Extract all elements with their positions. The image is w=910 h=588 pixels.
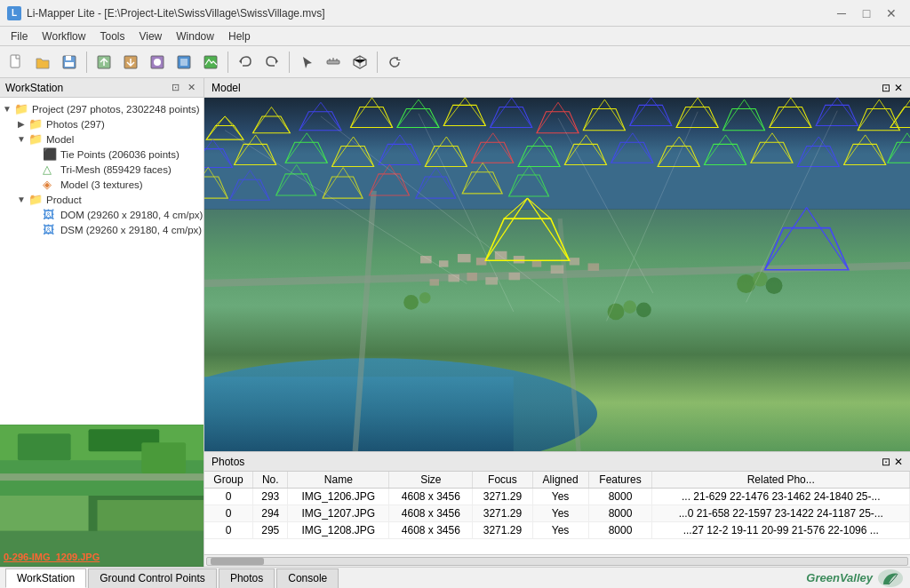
svg-rect-3 bbox=[65, 62, 74, 67]
export1-button[interactable] bbox=[118, 50, 143, 75]
undo-button[interactable] bbox=[233, 50, 258, 75]
tree-label-photos: Photos (297) bbox=[46, 119, 105, 130]
svg-rect-28 bbox=[476, 258, 487, 265]
tree-product[interactable]: ▼ 📁 Product bbox=[0, 192, 204, 207]
col-focus[interactable]: Focus bbox=[473, 472, 532, 489]
tree-toggle-model[interactable]: ▼ bbox=[14, 134, 28, 144]
separator-2 bbox=[228, 52, 228, 73]
tree-toggle-mesh bbox=[28, 164, 43, 174]
cell-size: 4608 x 3456 bbox=[389, 489, 473, 505]
svg-rect-39 bbox=[588, 263, 600, 270]
col-aligned[interactable]: Aligned bbox=[532, 472, 588, 489]
viewport-3d[interactable] bbox=[204, 98, 910, 451]
svg-rect-38 bbox=[570, 258, 580, 265]
col-related[interactable]: Related Pho... bbox=[652, 472, 910, 489]
tab-gcp[interactable]: Ground Control Points bbox=[88, 568, 217, 588]
separator-4 bbox=[377, 52, 378, 73]
svg-rect-36 bbox=[532, 260, 541, 266]
col-group[interactable]: Group bbox=[204, 472, 253, 489]
table-row[interactable]: 0 295 IMG_1208.JPG 4608 x 3456 3271.29 Y… bbox=[204, 522, 910, 539]
tab-workstation[interactable]: WorkStation bbox=[5, 568, 86, 588]
viewport-float-icon[interactable]: ⊡ bbox=[882, 82, 890, 94]
measure-button[interactable] bbox=[321, 50, 346, 75]
export2-button[interactable] bbox=[145, 50, 170, 75]
viewport-header-icons: ⊡ ✕ bbox=[882, 82, 903, 94]
close-button[interactable]: ✕ bbox=[880, 4, 903, 22]
scrollbar-thumb[interactable] bbox=[211, 558, 264, 565]
cell-name: IMG_1208.JPG bbox=[288, 522, 389, 539]
tree-dom[interactable]: 🖼 DOM (29260 x 29180, 4 cm/px) bbox=[0, 207, 204, 222]
cell-size: 4608 x 3456 bbox=[389, 505, 473, 522]
panel-float-icon[interactable]: ⊡ bbox=[168, 81, 182, 95]
svg-rect-0 bbox=[11, 55, 20, 68]
logo-area: GreenValley bbox=[806, 568, 905, 588]
ortho-button[interactable] bbox=[172, 50, 196, 75]
tree-model[interactable]: ▼ 📁 Model bbox=[0, 131, 204, 147]
svg-rect-21 bbox=[204, 98, 910, 210]
col-name[interactable]: Name bbox=[288, 472, 389, 489]
open-button[interactable] bbox=[30, 50, 55, 75]
table-row[interactable]: 0 293 IMG_1206.JPG 4608 x 3456 3271.29 Y… bbox=[204, 489, 910, 505]
redo-button[interactable] bbox=[259, 50, 284, 75]
col-features[interactable]: Features bbox=[588, 472, 652, 489]
menu-tools[interactable]: Tools bbox=[92, 27, 132, 46]
cell-focus: 3271.29 bbox=[473, 489, 532, 505]
photos-float-icon[interactable]: ⊡ bbox=[882, 456, 890, 468]
viewport-close-icon[interactable]: ✕ bbox=[894, 82, 903, 94]
menu-help[interactable]: Help bbox=[221, 27, 258, 46]
svg-rect-34 bbox=[485, 277, 498, 284]
thumbnail-label[interactable]: 0-296-IMG_1209.JPG bbox=[4, 552, 100, 562]
tree-model-tex[interactable]: ◈ Model (3 textures) bbox=[0, 177, 204, 192]
dsm-button[interactable] bbox=[198, 50, 223, 75]
cell-related: ...27 12-2 19-11 20-99 21-576 22-1096 ..… bbox=[652, 522, 910, 539]
view3d-button[interactable] bbox=[347, 50, 372, 75]
horizontal-scrollbar[interactable] bbox=[204, 554, 910, 567]
tree-toggle-project[interactable]: ▼ bbox=[0, 104, 14, 114]
menu-file[interactable]: File bbox=[4, 27, 35, 46]
photos-close-icon[interactable]: ✕ bbox=[894, 456, 903, 468]
tree-tiepoints[interactable]: ⬛ Tie Points (206036 points) bbox=[0, 147, 204, 162]
col-no[interactable]: No. bbox=[253, 472, 288, 489]
tree-label-model-tex: Model (3 textures) bbox=[60, 179, 143, 190]
app-icon: L bbox=[7, 6, 21, 20]
tree-photos[interactable]: ▶ 📁 Photos (297) bbox=[0, 116, 204, 131]
svg-rect-29 bbox=[495, 251, 507, 259]
scrollbar-track[interactable] bbox=[206, 557, 908, 566]
photos-table-container[interactable]: Group No. Name Size Focus Aligned Featur… bbox=[204, 472, 910, 554]
table-row[interactable]: 0 294 IMG_1207.JPG 4608 x 3456 3271.29 Y… bbox=[204, 505, 910, 522]
minimize-button[interactable]: ─ bbox=[830, 4, 853, 22]
menu-window[interactable]: Window bbox=[169, 27, 221, 46]
pointer-button[interactable] bbox=[294, 50, 319, 75]
panel-close-icon[interactable]: ✕ bbox=[184, 81, 198, 95]
svg-rect-35 bbox=[509, 273, 521, 280]
tab-console[interactable]: Console bbox=[276, 568, 339, 588]
tree-toggle-product[interactable]: ▼ bbox=[14, 195, 28, 204]
cell-no: 295 bbox=[253, 522, 288, 539]
dsm-icon: 🖼 bbox=[43, 223, 59, 236]
dom-icon: 🖼 bbox=[43, 208, 59, 221]
svg-point-42 bbox=[608, 303, 625, 320]
tree-trimesh[interactable]: △ Tri-Mesh (859429 faces) bbox=[0, 162, 204, 177]
menu-view[interactable]: View bbox=[132, 27, 169, 46]
import-map-button[interactable] bbox=[92, 50, 116, 75]
menu-workflow[interactable]: Workflow bbox=[35, 27, 92, 46]
trimesh-icon: △ bbox=[43, 163, 59, 176]
tab-photos[interactable]: Photos bbox=[219, 568, 275, 588]
new-button[interactable] bbox=[4, 50, 28, 75]
cell-aligned: Yes bbox=[532, 522, 588, 539]
refresh-button[interactable] bbox=[382, 50, 407, 75]
cell-related: ... 21-629 22-1476 23-1462 24-1840 25-..… bbox=[652, 489, 910, 505]
save-button[interactable] bbox=[57, 50, 82, 75]
col-size[interactable]: Size bbox=[389, 472, 473, 489]
maximize-button[interactable]: □ bbox=[855, 4, 878, 22]
tree-toggle-tie bbox=[28, 149, 43, 159]
left-panel: WorkStation ⊡ ✕ ▼ 📁 Project (297 photos,… bbox=[0, 78, 204, 567]
svg-rect-19 bbox=[98, 500, 204, 531]
tree-project[interactable]: ▼ 📁 Project (297 photos, 2302248 points) bbox=[0, 101, 204, 116]
cell-no: 294 bbox=[253, 505, 288, 522]
svg-rect-27 bbox=[458, 254, 471, 262]
cell-no: 293 bbox=[253, 489, 288, 505]
tree-dsm[interactable]: 🖼 DSM (29260 x 29180, 4 cm/px) bbox=[0, 222, 204, 237]
tree-toggle-photos[interactable]: ▶ bbox=[14, 119, 28, 129]
cell-focus: 3271.29 bbox=[473, 522, 532, 539]
